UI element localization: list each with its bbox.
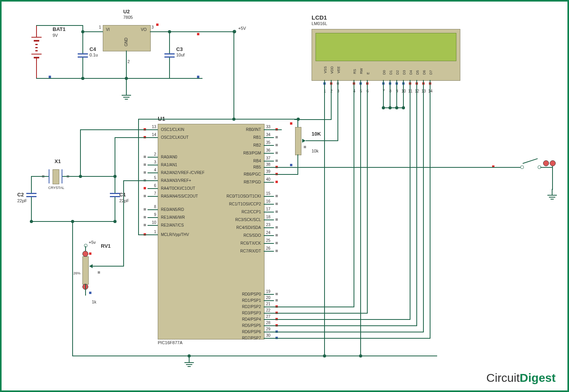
- lcd-lead-1: [324, 80, 325, 96]
- c3-value: 10uf: [176, 53, 184, 57]
- mcu-right-lead-39: [264, 174, 274, 175]
- sw-wire-r: [540, 167, 553, 168]
- bat-lead-top: [36, 25, 37, 37]
- j-d3: [402, 106, 405, 109]
- mcu-right-name-21: RD2/PSP2: [161, 305, 261, 309]
- mcu-right-num-21: 21: [266, 302, 270, 306]
- pot10k-bot-sq: [290, 164, 292, 166]
- mcu-right-sq-35: [275, 144, 278, 146]
- mcu-left-sq-8: [144, 208, 146, 211]
- mcu-right-sq-37: [275, 160, 278, 162]
- u2-n2: 2: [128, 60, 130, 64]
- x1-val: CRYSTAL: [48, 186, 64, 190]
- c1-p1: [110, 193, 120, 194]
- lcd-pin-vss: VSS: [323, 66, 327, 73]
- rv1-sq-r: [89, 252, 91, 255]
- mcu-right-name-18: RC3/SCK/SCL: [161, 218, 261, 222]
- xtal-gnd-drop: [72, 221, 73, 356]
- j-vss: [323, 354, 326, 358]
- x1-ref: X1: [55, 158, 61, 164]
- pot10k-wiper-h: [306, 140, 338, 141]
- lcd-lead-7: [383, 80, 384, 96]
- mcu-right-num-23: 23: [266, 223, 270, 227]
- mcu-right-lead-26: [264, 251, 274, 252]
- ra4-wire: [123, 180, 158, 181]
- schematic-canvas: BAT1 9V U2 7805 VI VO GND 1 3 2 C4 0.1u …: [0, 0, 569, 392]
- c3-bot-lead: [169, 58, 170, 79]
- riser-e: [367, 96, 368, 314]
- mcu-right-num-19: 19: [266, 289, 270, 294]
- c1-ref: C1: [119, 192, 126, 198]
- gnd-rail: [72, 356, 437, 356]
- mcu-right-num-18: 18: [266, 215, 270, 219]
- mcu-right-name-24: RC5/SDO: [161, 233, 261, 238]
- pot10k-top-sq: [290, 122, 292, 125]
- mcu-right-lead-36: [264, 153, 274, 154]
- mcu-right-lead-22: [264, 313, 274, 314]
- pot10k-wiper-v: [337, 96, 338, 141]
- lcd-pin-d2: D2: [396, 70, 399, 75]
- c3-vo-box: [197, 33, 199, 35]
- mcu-right-num-15: 15: [266, 191, 270, 196]
- mcu-left-lead-2: [148, 157, 158, 158]
- sw-blade: [523, 158, 538, 164]
- osc1-wire: [80, 129, 158, 130]
- mcu-right-name-23: RC4/SDI/SDA: [161, 225, 261, 230]
- lcd-lead-8: [390, 80, 390, 96]
- j-vdd: [297, 118, 300, 121]
- pot10k-ref: 10K: [312, 131, 321, 137]
- mcu-left-sq-3: [144, 163, 146, 166]
- mcu-right-lead-17: [264, 212, 274, 212]
- vdd-to-10k-top: [294, 119, 332, 120]
- x1-body: [53, 169, 59, 184]
- mcu-right-lead-25: [264, 243, 274, 244]
- j-x1-r: [79, 175, 82, 178]
- mcu-right-lead-16: [264, 204, 274, 205]
- c1-bot: [115, 197, 115, 222]
- riser-rs: [354, 96, 354, 307]
- mcu-right-num-34: 34: [266, 132, 270, 137]
- lcd-pin-d3: D3: [402, 70, 406, 75]
- mcu-right-name-36: RB3/PGM: [161, 151, 261, 155]
- riser-d7: [430, 96, 430, 339]
- rv1-body: [82, 256, 89, 285]
- riser-vdd: [331, 96, 332, 120]
- mcu-right-lead-28: [264, 325, 274, 326]
- mcu-right-lead-23: [264, 227, 274, 228]
- lcd-pin-vee: VEE: [337, 66, 341, 73]
- x1-plate-l: [49, 169, 49, 183]
- bat-gnd-box: [49, 76, 51, 78]
- u2-vi-lead: [82, 31, 103, 32]
- mcu-right-name-34: RB1: [161, 135, 261, 140]
- rv1-sq-g: [98, 271, 100, 274]
- sw-probe-1: [543, 160, 549, 166]
- j-c2-gnd: [30, 220, 33, 223]
- lcd-lead-2: [331, 80, 332, 96]
- mcu-left-sq-6: [144, 187, 146, 189]
- c3-gnd-h: [124, 78, 170, 79]
- u2-ref: U2: [123, 9, 130, 15]
- bat-dot2: [35, 47, 38, 48]
- sw-probe-2: [550, 160, 556, 166]
- mcu-left-num-13: 13: [148, 125, 156, 129]
- lcd-part: LM016L: [312, 21, 327, 26]
- pot10k-bot-lead: [297, 154, 298, 166]
- sw-wire-l: [498, 167, 521, 168]
- mcu-right-lead-29: [264, 332, 274, 332]
- mcu-left-num-3: 3: [148, 160, 156, 164]
- mcu-right-name-25: RC6/TX/CK: [161, 241, 261, 245]
- pot10k-val: 10k: [312, 149, 319, 153]
- mcu-left-num-9: 9: [148, 212, 156, 217]
- x1-r-up: [115, 137, 115, 177]
- mcu-right-lead-30: [264, 338, 274, 339]
- mcu-right-num-16: 16: [266, 199, 270, 203]
- lcd-pin-rs: RS: [353, 69, 357, 74]
- mcu-left-lead-9: [148, 217, 158, 218]
- j-d0: [382, 106, 385, 109]
- rv1-sq-b: [89, 292, 91, 294]
- rw-gnd-riser: [360, 96, 361, 356]
- u2-vo: VO: [141, 27, 146, 32]
- lcd-lead-4: [354, 80, 354, 96]
- lcd-pin-d6: D6: [422, 70, 426, 75]
- lcd-lead-12: [416, 80, 417, 96]
